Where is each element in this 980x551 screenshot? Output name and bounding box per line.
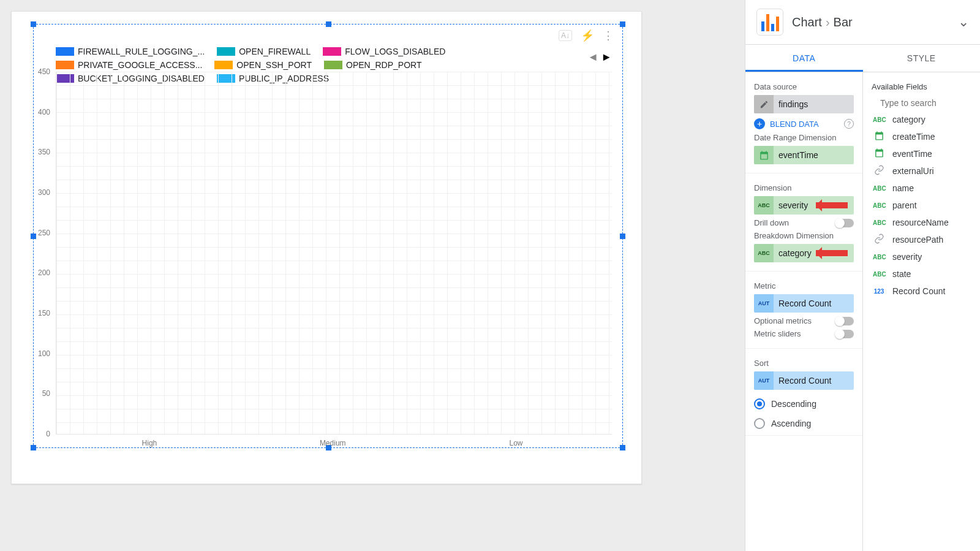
label-daterange: Date Range Dimension	[754, 133, 854, 142]
chart-card[interactable]: A↓ ⚡ ⋮ FIREWALL_RULE_LOGGING_...OPEN_FIR…	[11, 11, 642, 484]
datasource-name: findings	[774, 99, 808, 109]
breakdown-chip[interactable]: ABC category	[754, 244, 854, 262]
legend-next-icon[interactable]: ►	[601, 51, 612, 63]
chevron-down-icon[interactable]: ⌄	[958, 14, 969, 30]
tab-style[interactable]: STYLE	[863, 45, 981, 72]
legend-prev-icon[interactable]: ◄	[587, 51, 598, 63]
dimension-value: severity	[774, 200, 808, 210]
label-available-fields: Available Fields	[872, 82, 971, 91]
y-tick: 200	[38, 268, 50, 277]
metric-chip[interactable]: AUT Record Count	[754, 294, 854, 313]
data-config-column: Data source findings + BLEND DATA ? Date…	[745, 72, 863, 551]
field-category[interactable]: ABCcategory	[872, 111, 971, 128]
sliders-toggle[interactable]	[835, 330, 854, 338]
field-search[interactable]	[872, 95, 971, 111]
datasource-chip[interactable]: findings	[754, 95, 854, 113]
abc-icon: ABC	[754, 244, 774, 262]
panel-header: Chart›Bar ⌄	[745, 0, 980, 45]
legend-item[interactable]: OPEN_RDP_PORT	[324, 58, 421, 72]
plus-circle-icon: +	[754, 118, 765, 129]
sort-value: Record Count	[774, 376, 831, 386]
field-Record Count[interactable]: 123Record Count	[872, 283, 971, 300]
aut-icon: AUT	[754, 371, 774, 390]
field-externalUri[interactable]: externalUri	[872, 162, 971, 180]
help-icon[interactable]: ?	[844, 119, 854, 129]
radio-off-icon	[754, 418, 765, 429]
field-severity[interactable]: ABCseverity	[872, 248, 971, 265]
y-tick: 250	[38, 229, 50, 237]
abc-icon: ABC	[754, 196, 774, 215]
field-eventTime[interactable]: eventTime	[872, 145, 971, 162]
label-metric: Metric	[754, 281, 854, 291]
x-tick: Low	[510, 439, 523, 447]
label-sort: Sort	[754, 359, 854, 368]
sort-descending[interactable]: Descending	[754, 398, 854, 409]
label-drilldown: Drill down	[754, 218, 789, 227]
legend-item[interactable]: PRIVATE_GOOGLE_ACCESS...	[56, 58, 202, 72]
field-state[interactable]: ABCstate	[872, 265, 971, 283]
field-parent[interactable]: ABCparent	[872, 197, 971, 214]
optmetric-toggle[interactable]	[835, 317, 854, 325]
breadcrumb: Chart›Bar	[792, 15, 853, 29]
asc-label: Ascending	[771, 419, 811, 428]
drilldown-toggle[interactable]	[835, 219, 854, 227]
tab-data[interactable]: DATA	[745, 45, 863, 72]
sort-chip[interactable]: AUT Record Count	[754, 371, 854, 390]
x-tick: High	[142, 439, 157, 447]
field-resourceName[interactable]: ABCresourceName	[872, 214, 971, 231]
report-canvas[interactable]: A↓ ⚡ ⋮ FIREWALL_RULE_LOGGING_...OPEN_FIR…	[0, 0, 745, 551]
pencil-icon	[754, 95, 774, 113]
blend-data-button[interactable]: + BLEND DATA ?	[754, 118, 854, 129]
plot-area: 050100150200250300350400450HighMediumLow	[56, 72, 612, 435]
field-resourcePath[interactable]: resourcePath	[872, 231, 971, 248]
panel-tabs: DATA STYLE	[745, 45, 980, 72]
desc-label: Descending	[771, 399, 816, 409]
chart-type-icon[interactable]	[756, 9, 783, 36]
legend-item[interactable]: FLOW_LOGS_DISABLED	[323, 45, 445, 58]
label-dimension: Dimension	[754, 183, 854, 192]
crumb-chart: Chart	[792, 15, 822, 29]
legend-item[interactable]: OPEN_SSH_PORT	[214, 58, 312, 72]
aut-icon: AUT	[754, 294, 774, 313]
x-tick: Medium	[320, 439, 346, 447]
y-tick: 450	[38, 67, 50, 76]
resize-handle[interactable]	[31, 445, 36, 450]
field-createTime[interactable]: createTime	[872, 128, 971, 145]
y-tick: 150	[38, 309, 50, 317]
resize-handle[interactable]	[31, 234, 36, 239]
annotation-arrow	[816, 202, 848, 208]
label-sliders: Metric sliders	[754, 329, 801, 338]
annotation-arrow	[816, 250, 848, 256]
dimension-chip[interactable]: ABC severity	[754, 196, 854, 215]
resize-handle[interactable]	[326, 21, 331, 27]
resize-handle[interactable]	[620, 234, 625, 239]
sort-ascending[interactable]: Ascending	[754, 418, 854, 429]
available-fields-column: Available Fields ABCcategorycreateTimeev…	[863, 72, 980, 551]
daterange-chip[interactable]: eventTime	[754, 146, 854, 164]
y-tick: 0	[46, 430, 50, 438]
metric-value: Record Count	[774, 298, 831, 308]
label-datasource: Data source	[754, 82, 854, 91]
y-tick: 300	[38, 188, 50, 197]
y-tick: 100	[38, 349, 50, 358]
label-optmetric: Optional metrics	[754, 316, 812, 325]
daterange-value: eventTime	[774, 150, 818, 160]
radio-on-icon	[754, 398, 765, 409]
search-input[interactable]	[879, 97, 980, 108]
field-name[interactable]: ABCname	[872, 180, 971, 197]
label-breakdown: Breakdown Dimension	[754, 231, 854, 240]
legend-pager: ◄►	[587, 51, 612, 64]
crumb-bar: Bar	[834, 15, 853, 29]
y-tick: 350	[38, 148, 50, 156]
resize-handle[interactable]	[31, 21, 36, 27]
resize-handle[interactable]	[620, 21, 625, 27]
resize-handle[interactable]	[620, 445, 625, 450]
side-panel: Chart›Bar ⌄ DATA STYLE Data source findi…	[745, 0, 980, 551]
crumb-sep: ›	[826, 15, 830, 29]
legend-item[interactable]: FIREWALL_RULE_LOGGING_...	[56, 45, 205, 58]
y-tick: 50	[42, 389, 50, 398]
breakdown-value: category	[774, 248, 812, 258]
legend-item[interactable]: OPEN_FIREWALL	[217, 45, 311, 58]
blend-label: BLEND DATA	[770, 120, 819, 129]
y-tick: 400	[38, 108, 50, 116]
